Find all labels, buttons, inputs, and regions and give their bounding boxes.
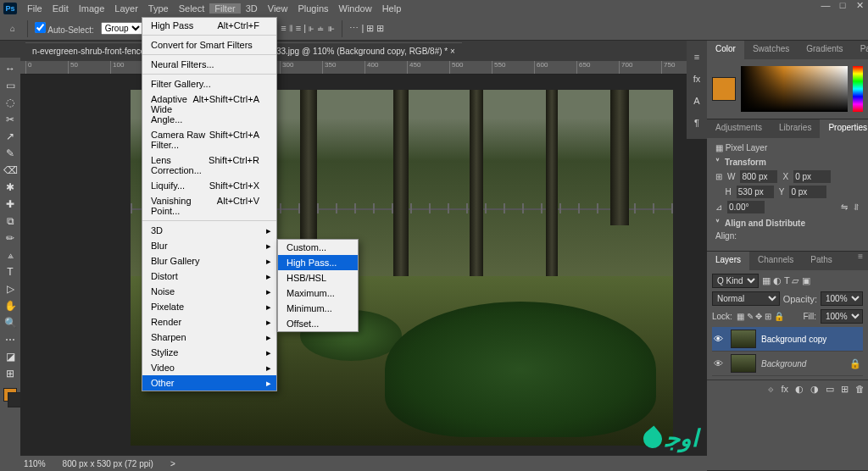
layer-filter-kind[interactable]: Q Kind [712,274,759,288]
menu-3d[interactable]: 3D [241,3,263,14]
tab-layers[interactable]: Layers [707,252,749,270]
filter-menu-item[interactable]: Convert for Smart Filters [142,37,276,53]
menu-view[interactable]: View [263,3,293,14]
filter-menu-item[interactable]: Stylize [142,345,276,360]
submenu-item[interactable]: HSB/HSL [278,270,358,285]
tool-3[interactable]: ✂ [2,112,19,127]
transform-section-header[interactable]: ˅ Transform [715,158,860,167]
tab-properties[interactable]: Properties [820,119,868,138]
tab-adjustments[interactable]: Adjustments [707,119,771,138]
filter-menu-item[interactable]: High PassAlt+Ctrl+F [142,18,276,33]
tool-12[interactable]: T [2,264,19,280]
visibility-icon[interactable]: 👁 [714,358,726,368]
menu-layer[interactable]: Layer [109,3,143,14]
flip-horizontal-icon[interactable]: ⇋ [841,202,848,212]
submenu-item[interactable]: Minimum... [278,301,358,316]
filter-menu[interactable]: High PassAlt+Ctrl+FConvert for Smart Fil… [142,17,277,391]
tab-color[interactable]: Color [707,41,744,59]
filter-menu-item[interactable]: Blur [142,238,276,253]
layer-item[interactable]: 👁Background copy [712,327,863,352]
filter-menu-item[interactable]: Sharpen [142,330,276,345]
menu-window[interactable]: Window [334,3,377,14]
filter-menu-item[interactable]: Video [142,360,276,375]
visibility-icon[interactable]: 👁 [714,334,726,344]
fg-bg-colors[interactable] [3,388,17,402]
menu-plugins[interactable]: Plugins [292,3,333,14]
tab-swatches[interactable]: Swatches [744,41,798,59]
align-icons[interactable]: ≡ ⫴ ≡ | ⊩ ⫨ ⊪ [281,23,335,34]
foreground-color-swatch[interactable] [712,77,736,101]
home-icon[interactable]: ⌂ [5,21,20,36]
delete-layer-icon[interactable]: 🗑 [855,384,865,395]
statusbar-arrow-icon[interactable]: > [170,459,175,468]
filter-menu-item[interactable]: Adaptive Wide Angle...Alt+Shift+Ctrl+A [142,91,276,127]
filter-menu-item[interactable]: Liquify...Shift+Ctrl+X [142,178,276,193]
align-section-header[interactable]: ˅ Align and Distribute [715,219,860,228]
tool-6[interactable]: ⌫ [2,163,19,178]
close-tab-icon[interactable]: × [450,47,455,56]
filter-other-submenu[interactable]: Custom...High Pass...HSB/HSLMaximum...Mi… [277,239,359,332]
group-icon[interactable]: ▭ [826,384,834,395]
tool-9[interactable]: ⧉ [2,213,19,229]
layer-item[interactable]: 👁Background🔒 [712,352,863,376]
submenu-item[interactable]: Offset... [278,316,358,331]
distribute-icons[interactable]: ⋯ | ⊞ ⊞ [349,23,384,34]
opacity-select[interactable]: 100% [821,291,863,306]
auto-select-checkbox[interactable]: Auto-Select: [35,22,94,35]
tool-16[interactable]: ⋯ [2,332,19,347]
tool-10[interactable]: ✏ [2,230,19,246]
filter-menu-item[interactable]: Lens Correction...Shift+Ctrl+R [142,152,276,178]
angle-input[interactable] [727,201,765,213]
layer-filter-icons[interactable]: ▦ ◐ T ▱ ▣ [762,275,810,286]
close-button[interactable]: ✕ [851,0,868,11]
menu-file[interactable]: File [22,3,47,14]
menu-image[interactable]: Image [74,3,110,14]
filter-menu-item[interactable]: Vanishing Point...Alt+Ctrl+V [142,193,276,219]
tool-17[interactable]: ◪ [2,349,19,364]
y-input[interactable] [789,186,826,198]
tool-7[interactable]: ✱ [2,180,19,195]
tool-1[interactable]: ▭ [2,78,19,93]
dock-icon[interactable]: ≡ [689,49,704,64]
tab-libraries[interactable]: Libraries [771,119,820,138]
filter-menu-item[interactable]: Pixelate [142,299,276,314]
width-input[interactable] [740,170,777,183]
height-input[interactable] [737,186,774,198]
link-layers-icon[interactable]: ⟐ [768,384,774,395]
tool-0[interactable]: ↔ [2,61,19,76]
submenu-item[interactable]: High Pass... [278,255,358,270]
tab-channels[interactable]: Channels [749,252,802,270]
menu-filter[interactable]: Filter [209,3,240,14]
tab-patterns[interactable]: Patterns [852,41,868,59]
fill-select[interactable]: 100% [821,309,863,324]
filter-menu-item[interactable]: Blur Gallery [142,253,276,269]
auto-select-mode[interactable]: Group [101,22,143,35]
x-input[interactable] [793,170,831,183]
submenu-item[interactable]: Maximum... [278,285,358,301]
hue-slider[interactable] [853,66,863,112]
canvas-area[interactable] [20,75,707,456]
dock-icon[interactable]: A [689,93,704,108]
menu-type[interactable]: Type [143,3,174,14]
filter-menu-item[interactable]: Distort [142,269,276,284]
menu-select[interactable]: Select [174,3,210,14]
filter-menu-item[interactable]: 3D [142,223,276,238]
tool-4[interactable]: ↗ [2,129,19,144]
menu-edit[interactable]: Edit [47,3,74,14]
tool-8[interactable]: ✚ [2,197,19,212]
filter-menu-item[interactable]: Noise [142,284,276,299]
minimize-button[interactable]: — [817,0,834,11]
tab-paths[interactable]: Paths [802,252,841,270]
filter-menu-item[interactable]: Filter Gallery... [142,76,276,91]
new-layer-icon[interactable]: ⊞ [841,384,849,395]
layer-mask-icon[interactable]: ◐ [795,384,804,395]
flip-vertical-icon[interactable]: ⥯ [853,202,860,212]
tool-5[interactable]: ✎ [2,146,19,161]
zoom-level[interactable]: 110% [24,459,46,468]
color-field[interactable] [741,66,848,112]
lock-icons[interactable]: ▦ ✎ ✥ ⊞ 🔒 [737,312,784,321]
adjustment-layer-icon[interactable]: ◑ [810,384,819,395]
filter-menu-item[interactable]: Camera Raw Filter...Shift+Ctrl+A [142,127,276,152]
blend-mode-select[interactable]: Normal [712,291,780,306]
tool-18[interactable]: ⊞ [2,366,19,381]
